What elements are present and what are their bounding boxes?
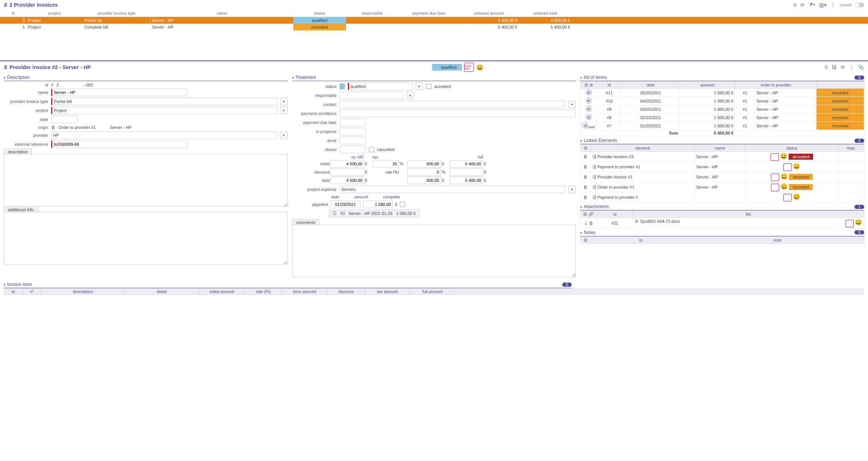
calendar-badge-icon[interactable]: 01/29 2021 <box>464 63 474 72</box>
attach-delete-icon[interactable]: 🗑 <box>589 221 593 226</box>
attach-link-icon[interactable]: 🔗 <box>588 212 594 217</box>
more-detail-icon[interactable]: ⋮ <box>849 64 854 70</box>
provider-select[interactable]: HP <box>51 131 277 139</box>
contact-select[interactable] <box>340 101 566 108</box>
cal-icon[interactable] <box>783 194 792 201</box>
contact-dropdown-icon[interactable]: ▾ <box>568 101 576 108</box>
discount-exvat[interactable] <box>331 168 364 176</box>
project-select[interactable]: Project <box>51 107 277 114</box>
provider-dropdown-icon[interactable]: ▾ <box>280 131 288 139</box>
initial-full[interactable] <box>449 160 483 168</box>
col-id[interactable]: id <box>0 11 26 15</box>
linked-delete-icon[interactable]: 🗑 <box>583 195 588 200</box>
projexp-dropdown-icon[interactable]: ▾ <box>568 186 576 193</box>
linked-add-icon[interactable]: ⊞ <box>584 145 587 151</box>
grid-row-selected[interactable]: 2 Project Partial bill Server - HP quali… <box>0 17 868 24</box>
term-cancel-icon[interactable] <box>586 89 592 95</box>
col-status[interactable]: status <box>293 11 346 15</box>
term-row[interactable]: #903/25/20211 080,00 €#1Server - HPrecor… <box>581 105 864 113</box>
inprogress-input[interactable] <box>340 128 366 135</box>
payment-complete-checkbox[interactable] <box>400 202 405 207</box>
extref-input[interactable] <box>51 141 187 148</box>
section-description[interactable]: Description <box>4 75 30 80</box>
term-cancel-icon[interactable] <box>586 114 592 120</box>
responsible-dropdown-icon[interactable]: ▾ <box>407 92 414 99</box>
linked-row[interactable]: 🗑⇶ Provider tenders #3Server - HP 😀 acce… <box>581 152 864 162</box>
term-row[interactable]: #1004/25/20211 080,00 €#1Server - HPreco… <box>581 97 864 105</box>
responsible-select[interactable] <box>340 92 404 99</box>
note-add-icon[interactable]: ⊞ <box>584 237 587 243</box>
closed-toggle[interactable] <box>855 3 864 7</box>
term-row[interactable]: paid#701/25/20211 080,00 €#1Server - HPr… <box>581 122 864 130</box>
project-dropdown-icon[interactable]: ▾ <box>280 107 288 114</box>
filter-icon[interactable]: ⧩▾ <box>809 2 815 8</box>
origin-link[interactable]: Order to provider #1 <box>59 125 96 130</box>
section-linked[interactable]: Linked Elements <box>580 138 617 143</box>
paydue-input[interactable] <box>340 119 366 126</box>
term-cancel-icon[interactable] <box>586 106 592 112</box>
payment-date[interactable] <box>331 201 361 208</box>
col-type[interactable]: provider invoice type <box>83 11 150 15</box>
origin-delete-icon[interactable]: 🗑 <box>51 125 56 130</box>
grid-row[interactable]: 1 Project Complete bill Server - HP reco… <box>0 24 868 30</box>
cal-icon[interactable] <box>771 153 779 161</box>
section-treatment[interactable]: Treatment <box>292 75 316 80</box>
col-responsible[interactable]: responsible <box>346 11 399 15</box>
projexp-select[interactable]: Servers <box>340 186 566 193</box>
type-select[interactable]: Partial bill <box>51 98 277 105</box>
col-name[interactable]: name <box>150 11 293 15</box>
attach-add-icon[interactable]: ⊞ <box>583 212 587 217</box>
status-dropdown-icon[interactable]: ▾ <box>416 83 423 90</box>
columns-icon[interactable]: ▥▾ <box>819 2 827 8</box>
term-cancel-icon[interactable] <box>586 98 592 103</box>
linked-row[interactable]: 🗑⇶ Order to provider #1Server - HP 😀 rec… <box>581 182 864 192</box>
linked-delete-icon[interactable]: 🗑 <box>583 154 588 159</box>
col-duedate[interactable]: payment due date <box>399 11 459 15</box>
term-cancel-icon[interactable] <box>583 122 588 128</box>
term-row[interactable]: #1105/25/20211 080,00 €#1Server - HPreco… <box>581 89 864 97</box>
refresh-detail-icon[interactable]: ⟳ <box>841 64 845 70</box>
cal-icon[interactable] <box>845 220 854 227</box>
section-terms[interactable]: list of terms <box>580 75 607 80</box>
save-icon[interactable]: 🖫 <box>832 64 837 70</box>
discount-full[interactable] <box>449 168 483 176</box>
attachment-row[interactable]: ⤓ 🗑#21🗎 Quot001-554-72.docx 😀 <box>581 218 864 228</box>
name-input[interactable] <box>51 89 187 96</box>
cancelled-checkbox[interactable] <box>369 147 374 152</box>
date-input[interactable] <box>51 116 77 123</box>
new-detail-icon[interactable]: ⎘ <box>825 64 828 70</box>
linked-delete-icon[interactable]: 🗑 <box>583 174 588 180</box>
cal-icon[interactable] <box>771 184 779 191</box>
new-icon[interactable]: ⎘ <box>794 2 797 8</box>
initial-exvat[interactable] <box>331 160 364 168</box>
cal-icon[interactable] <box>771 174 779 181</box>
section-notes[interactable]: Notes <box>580 230 595 235</box>
attach-icon[interactable]: 📎 <box>858 64 864 70</box>
cal-icon[interactable] <box>783 163 792 171</box>
col-total[interactable]: untaxed total <box>519 11 572 15</box>
attach-download-icon[interactable]: ⤓ <box>584 221 588 226</box>
discount-rate[interactable] <box>407 168 441 176</box>
additional-info-textarea[interactable] <box>4 212 288 265</box>
linked-row[interactable]: 🗑⇶ Payment to provider # 😀 <box>581 192 864 203</box>
col-project[interactable]: project <box>26 11 83 15</box>
term-row[interactable]: #802/25/20211 080,00 €#1Server - HPrecor… <box>581 113 864 122</box>
col-amount[interactable]: untaxed amount <box>459 11 519 15</box>
terms-add-icon[interactable]: ⊞ <box>584 82 588 88</box>
payment-amount[interactable] <box>363 201 393 208</box>
done-input[interactable] <box>340 137 366 144</box>
terms-list-icon[interactable]: ≣ <box>589 82 593 88</box>
linked-delete-icon[interactable]: 🗑 <box>583 184 588 190</box>
payment-reference[interactable]: ☲ #3 Server - HP 2021-01-25 1 080,00 € <box>329 210 419 217</box>
section-invoice-lines[interactable]: Invoice lines <box>4 282 32 287</box>
comments-textarea[interactable] <box>292 225 576 277</box>
paycond-input[interactable] <box>340 110 576 117</box>
linked-row[interactable]: 🗑⇶ Provider invoice #1Server - HP 😀 reco… <box>581 172 864 182</box>
initial-taxpct[interactable] <box>373 160 399 168</box>
section-attachments[interactable]: Attachments <box>580 204 609 209</box>
closed-input[interactable] <box>340 146 366 153</box>
linked-row[interactable]: 🗑⇶ Payment to provider #1Server - HP 😀 <box>581 162 864 172</box>
refresh-icon[interactable]: ⟳ <box>800 2 805 8</box>
description-textarea[interactable] <box>4 154 288 207</box>
linked-delete-icon[interactable]: 🗑 <box>583 164 588 169</box>
